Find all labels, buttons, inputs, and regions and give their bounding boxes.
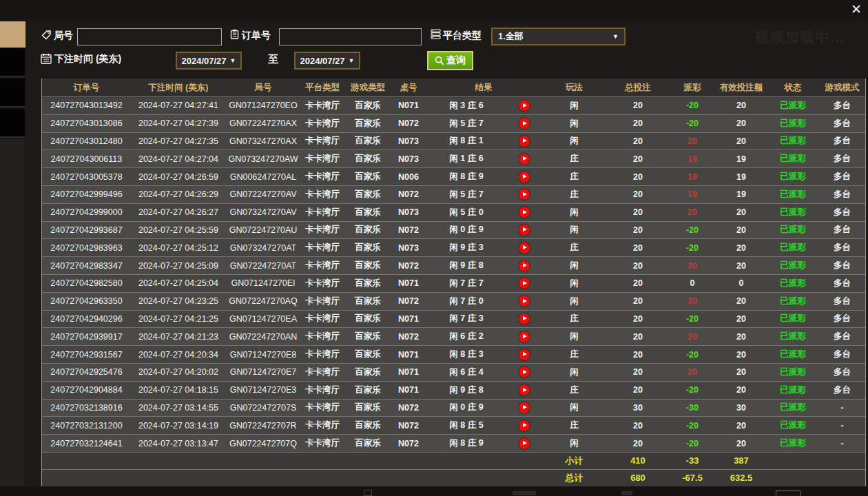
play-cell: 闲 (541, 204, 607, 221)
round-no-cell: GN073247270AW (226, 150, 300, 167)
bet-time-cell: 2024-07-27 04:26:27 (131, 204, 226, 221)
result-cell: 闲 8 庄 9 (426, 435, 507, 452)
game-mode-cell: 多台 (819, 311, 865, 328)
video-cell (507, 257, 541, 274)
table-no-cell: N072 (391, 328, 426, 345)
table-row: 2407270429633502024-07-27 04:23:25GN0722… (42, 292, 865, 310)
order-no-cell: 240727043006113 (42, 150, 131, 167)
tag-icon (41, 30, 52, 40)
platform-cell: 卡卡湾厅 (300, 364, 344, 381)
video-loading-text: 视频加载中... (754, 28, 865, 47)
play-video-icon[interactable] (519, 420, 530, 431)
table-no-cell: N071 (391, 346, 426, 363)
platform-cell: 卡卡湾厅 (300, 204, 344, 221)
play-video-icon[interactable] (519, 242, 530, 254)
payout-cell: 20 (669, 293, 716, 310)
platform-type-select[interactable]: 1.全部 ▼ (491, 28, 626, 45)
play-video-icon[interactable] (519, 154, 530, 165)
video-cell (507, 328, 541, 345)
subtotal-row: 小计410-33387 (42, 452, 865, 469)
play-video-icon[interactable] (519, 331, 530, 342)
date-to-picker[interactable]: 2024/07/27 ▼ (294, 52, 360, 70)
order-no-input[interactable] (279, 28, 422, 45)
bet-time-cell: 2024-07-27 04:27:39 (131, 115, 226, 132)
summary-payout: -67.5 (669, 470, 716, 486)
play-video-icon[interactable] (519, 136, 530, 147)
valid-bet-cell: 20 (716, 257, 767, 274)
result-cell: 闲 5 庄 0 (426, 204, 507, 221)
play-video-icon[interactable] (519, 349, 530, 360)
sidebar-slot[interactable] (0, 48, 25, 77)
play-cell: 庄 (541, 186, 607, 203)
play-video-icon[interactable] (519, 313, 530, 324)
game-mode-cell: 多台 (819, 364, 865, 381)
total-bet-cell: 20 (607, 257, 669, 274)
sidebar-slot[interactable] (0, 79, 25, 107)
play-video-icon[interactable] (519, 100, 530, 111)
play-video-icon[interactable] (519, 402, 530, 413)
query-button[interactable]: 查询 (427, 51, 473, 70)
table-row: 2407270430061132024-07-27 04:27:04GN0732… (42, 149, 865, 167)
video-cell (507, 435, 541, 452)
video-cell (507, 115, 541, 132)
game-type-cell: 百家乐 (344, 115, 391, 132)
status-cell: 已派彩 (767, 417, 819, 434)
round-no-input[interactable] (77, 28, 222, 45)
result-cell: 闲 9 庄 8 (426, 257, 507, 274)
game-type-cell: 百家乐 (344, 435, 391, 452)
valid-bet-cell: 19 (716, 150, 767, 167)
total-bet-cell: 20 (607, 382, 669, 399)
total-bet-cell: 20 (607, 239, 669, 256)
game-mode-cell: - (819, 400, 865, 417)
play-video-icon[interactable] (519, 366, 530, 378)
play-cell: 庄 (541, 382, 607, 399)
status-cell: 已派彩 (767, 311, 819, 328)
play-video-icon[interactable] (519, 225, 530, 236)
play-video-icon[interactable] (519, 260, 530, 271)
valid-bet-cell: 20 (716, 222, 767, 239)
status-cell: 已派彩 (767, 204, 819, 221)
round-no-cell: GN0722472707S (226, 400, 300, 417)
platform-cell: 卡卡湾厅 (300, 382, 344, 399)
order-no-cell: 240727043005378 (42, 168, 131, 185)
calendar-icon (41, 53, 51, 63)
play-video-icon[interactable] (519, 118, 530, 129)
play-video-icon[interactable] (519, 278, 530, 289)
play-video-icon[interactable] (519, 172, 530, 183)
query-button-label: 查询 (446, 54, 466, 67)
platform-cell: 卡卡湾厅 (300, 186, 344, 203)
play-video-icon[interactable] (519, 296, 530, 307)
round-no-cell: GN073247270AX (226, 133, 300, 150)
total-bet-cell: 20 (607, 293, 669, 310)
payout-cell: -30 (669, 400, 716, 417)
close-icon[interactable]: ✕ (849, 2, 864, 17)
game-mode-cell: 多台 (819, 115, 865, 132)
play-video-icon[interactable] (519, 384, 530, 395)
orders-table: 订单号下注时间 (美东)局号平台类型游戏类型桌号结果玩法总投注派彩有效投注额状态… (41, 79, 866, 487)
bet-time-cell: 2024-07-27 04:25:12 (131, 239, 226, 256)
order-no-cell: 240727042983347 (42, 257, 131, 274)
summary-label: 小计 (541, 453, 607, 469)
play-video-icon[interactable] (519, 207, 530, 218)
payout-cell: 19 (669, 186, 716, 203)
payout-cell: 20 (669, 328, 716, 345)
play-video-icon[interactable] (519, 189, 530, 200)
play-video-icon[interactable] (519, 438, 530, 449)
payout-cell: 19 (669, 150, 716, 167)
game-type-cell: 百家乐 (344, 239, 391, 256)
sidebar-slot[interactable] (0, 109, 25, 138)
play-cell: 庄 (541, 168, 607, 185)
valid-bet-cell: 20 (716, 417, 767, 434)
game-mode-cell: 多台 (819, 204, 865, 221)
table-row: 2407270429825802024-07-27 04:25:04GN0712… (42, 274, 865, 292)
play-cell: 庄 (541, 417, 607, 434)
chevron-down-icon: ▼ (349, 57, 355, 64)
bet-time-cell: 2024-07-27 04:27:41 (131, 97, 226, 114)
platform-cell: 卡卡湾厅 (300, 97, 344, 114)
date-from-picker[interactable]: 2024/07/27 ▼ (176, 52, 242, 70)
result-cell: 闲 3 庄 6 (426, 97, 507, 114)
game-mode-cell: 多台 (819, 382, 865, 399)
round-no-cell: GN073247270AT (226, 239, 300, 256)
status-cell: 已派彩 (767, 97, 819, 114)
valid-bet-cell: 20 (716, 97, 767, 114)
